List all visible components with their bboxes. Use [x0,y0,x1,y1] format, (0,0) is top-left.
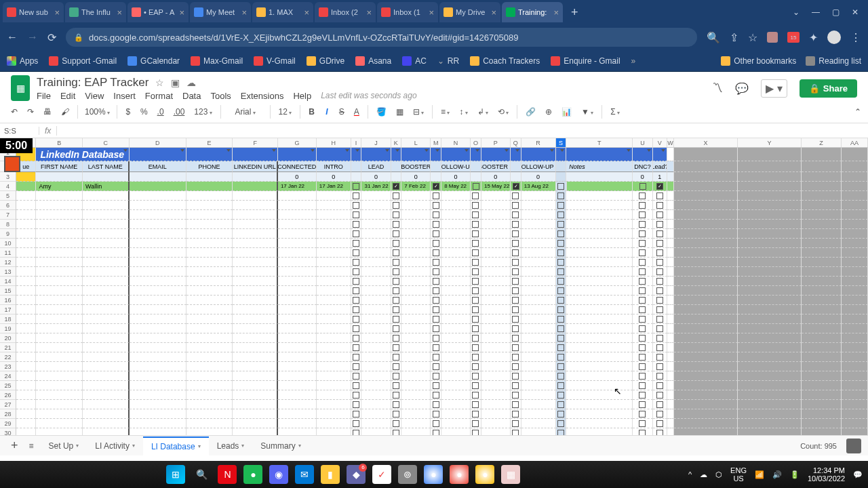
column-header[interactable]: G [278,138,317,147]
cell[interactable] [511,314,521,324]
cell[interactable] [633,277,652,286]
cell[interactable] [233,220,278,229]
cell[interactable] [351,182,362,191]
cell[interactable] [633,362,652,371]
chart-button[interactable]: 📊 [557,104,576,119]
cell[interactable] [233,182,278,191]
checkbox[interactable] [353,183,359,190]
volume-icon[interactable]: 🔊 [772,470,782,479]
cell[interactable] [842,172,868,182]
strikethrough-button[interactable]: S [335,104,349,119]
checkbox[interactable] [393,183,399,190]
cell[interactable] [391,314,402,324]
checkbox[interactable] [433,420,439,427]
cell[interactable]: FOLLOW-UP [441,161,471,172]
cell[interactable] [317,248,351,258]
cell[interactable] [674,390,738,400]
checkbox[interactable] [557,401,564,408]
checkbox[interactable] [393,430,399,436]
cell[interactable] [317,400,351,409]
cell[interactable] [233,409,278,419]
cell[interactable] [802,210,842,220]
cell[interactable] [441,352,471,362]
cell[interactable] [351,314,362,324]
cell[interactable] [653,220,668,229]
cell[interactable] [186,343,233,352]
checkbox[interactable] [472,278,479,285]
cell[interactable] [653,314,668,324]
cell[interactable] [566,409,633,419]
system-clock[interactable]: 12:34 PM10/03/2022 [808,466,845,483]
sheet-tab-menu-icon[interactable]: ▾ [241,443,244,449]
cell[interactable] [481,305,511,314]
cell[interactable] [317,362,351,371]
cell[interactable] [674,267,738,277]
cell[interactable] [802,352,842,362]
checkbox[interactable] [656,240,663,247]
checkbox[interactable] [656,373,663,380]
cell[interactable] [401,314,431,324]
cell[interactable] [738,305,802,314]
menu-tools[interactable]: Tools [210,91,231,101]
cell[interactable] [186,148,233,161]
cell[interactable] [653,267,668,277]
checkbox[interactable] [557,278,564,285]
cell[interactable] [738,191,802,201]
cell[interactable] [667,210,674,220]
cell[interactable] [16,172,36,182]
cell[interactable] [556,324,567,333]
all-sheets-button[interactable]: ≡ [25,441,38,451]
cell[interactable] [653,305,668,314]
cell[interactable] [36,210,83,220]
taskbar-chrome-icon[interactable]: ● [424,465,443,484]
cell[interactable] [401,201,431,210]
wrap-button[interactable]: ↲ [473,104,492,119]
cell[interactable] [351,296,362,305]
cell[interactable] [674,239,738,248]
cell[interactable] [802,390,842,400]
checkbox[interactable] [353,287,359,294]
cell[interactable] [186,419,233,428]
cell[interactable] [511,371,521,381]
cell[interactable] [186,210,233,220]
cell[interactable]: LinkedIn Database [36,148,129,161]
cell[interactable] [481,148,511,161]
cell[interactable] [674,343,738,352]
cell[interactable] [351,419,362,428]
cell[interactable]: 7 Feb 22 [401,182,431,191]
cell[interactable] [667,381,674,390]
redo-button[interactable]: ↷ [23,104,38,119]
cell[interactable] [130,277,186,286]
kebab-menu-icon[interactable]: ⋮ [850,31,861,44]
cell[interactable] [401,286,431,296]
cell[interactable] [317,229,351,239]
cell[interactable] [83,333,130,343]
cell[interactable] [391,172,402,182]
cell[interactable] [842,343,868,352]
checkbox[interactable] [353,411,359,418]
close-tab-icon[interactable]: × [553,7,559,18]
cell[interactable] [317,239,351,248]
cell[interactable] [278,409,317,419]
checkbox[interactable] [353,221,359,228]
checkbox[interactable] [353,382,359,389]
cell[interactable] [401,239,431,248]
cell[interactable]: 0 [633,172,652,182]
tray-overflow-icon[interactable]: ^ [688,470,692,479]
calendar-ext-icon[interactable]: 15 [787,32,800,43]
cell[interactable] [633,333,652,343]
checkbox[interactable] [472,211,479,218]
cell[interactable] [317,277,351,286]
cell[interactable] [401,343,431,352]
checkbox[interactable] [433,354,439,361]
checkbox[interactable] [512,249,519,256]
cell[interactable] [361,239,391,248]
column-header[interactable]: T [566,138,633,147]
close-tab-icon[interactable]: × [241,7,247,18]
cell[interactable] [667,305,674,314]
cell[interactable] [674,296,738,305]
cell[interactable] [521,400,556,409]
cell[interactable] [16,428,36,435]
checkbox[interactable] [639,401,646,408]
cell[interactable] [233,343,278,352]
